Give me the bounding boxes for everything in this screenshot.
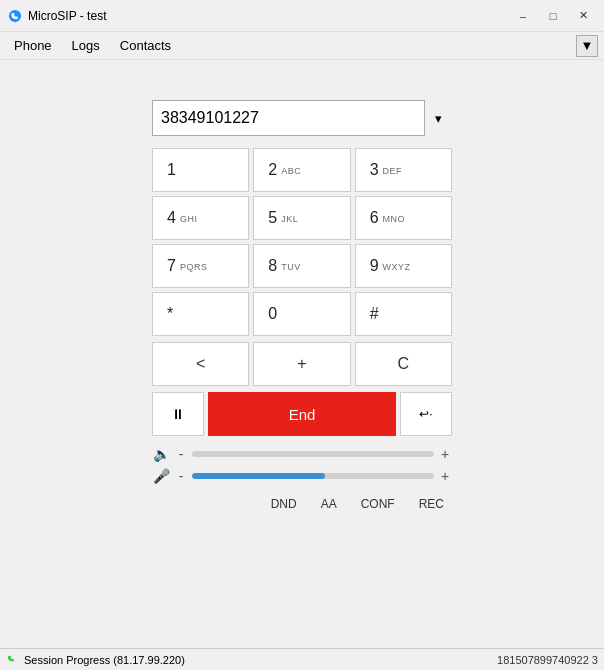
- call-status-icon: [6, 653, 20, 667]
- dial-button-5[interactable]: 5JKL: [253, 196, 350, 240]
- feature-button-dnd[interactable]: DND: [263, 494, 305, 514]
- mic-track[interactable]: [192, 473, 434, 479]
- feature-button-aa[interactable]: AA: [313, 494, 345, 514]
- dial-button-8[interactable]: 8TUV: [253, 244, 350, 288]
- call-controls: ⏸ End ↩·: [152, 392, 452, 436]
- pause-icon: ⏸: [171, 406, 185, 422]
- maximize-button[interactable]: □: [540, 6, 566, 26]
- volume-slider-row: 🔈 - +: [152, 446, 452, 462]
- phone-input-wrapper: ▾: [152, 100, 452, 136]
- feature-button-rec[interactable]: REC: [411, 494, 452, 514]
- minimize-button[interactable]: –: [510, 6, 536, 26]
- volume-minus-button[interactable]: -: [174, 446, 188, 462]
- phone-input[interactable]: [152, 100, 452, 136]
- status-text: Session Progress (81.17.99.220): [24, 654, 497, 666]
- dial-button-4[interactable]: 4GHI: [152, 196, 249, 240]
- menu-contacts[interactable]: Contacts: [110, 34, 181, 57]
- status-right: 181507899740922 3: [497, 654, 598, 666]
- dial-button-2[interactable]: 2ABC: [253, 148, 350, 192]
- dial-button-9[interactable]: 9WXYZ: [355, 244, 452, 288]
- volume-plus-button[interactable]: +: [438, 446, 452, 462]
- menu-logs[interactable]: Logs: [62, 34, 110, 57]
- app-title: MicroSIP - test: [28, 9, 510, 23]
- title-bar: MicroSIP - test – □ ✕: [0, 0, 604, 32]
- feature-buttons-row: DNDAACONFREC: [152, 494, 452, 514]
- menu-phone[interactable]: Phone: [4, 34, 62, 57]
- dial-button-7[interactable]: 7PQRS: [152, 244, 249, 288]
- menu-dropdown-button[interactable]: ▼: [576, 35, 598, 57]
- action-row: < + C: [152, 342, 452, 386]
- chevron-down-icon: ▼: [581, 38, 594, 53]
- speaker-icon: 🔈: [152, 446, 170, 462]
- mic-minus-button[interactable]: -: [174, 468, 188, 484]
- end-call-button[interactable]: End: [208, 392, 396, 436]
- dial-button-6[interactable]: 6MNO: [355, 196, 452, 240]
- dial-button-0[interactable]: 0: [253, 292, 350, 336]
- dial-button-#[interactable]: #: [355, 292, 452, 336]
- close-button[interactable]: ✕: [570, 6, 596, 26]
- transfer-button[interactable]: ↩·: [400, 392, 452, 436]
- menu-bar: Phone Logs Contacts ▼: [0, 32, 604, 60]
- mic-icon: 🎤: [152, 468, 170, 484]
- main-content: ▾ 12ABC3DEF4GHI5JKL6MNO7PQRS8TUV9WXYZ*0#…: [0, 60, 604, 534]
- phone-dropdown-button[interactable]: ▾: [424, 100, 452, 136]
- svg-point-0: [9, 9, 21, 21]
- status-bar: Session Progress (81.17.99.220) 18150789…: [0, 648, 604, 670]
- mic-fill: [192, 473, 325, 479]
- chevron-down-icon: ▾: [435, 111, 442, 126]
- volume-track[interactable]: [192, 451, 434, 457]
- dialpad: 12ABC3DEF4GHI5JKL6MNO7PQRS8TUV9WXYZ*0#: [152, 148, 452, 336]
- app-icon: [8, 9, 22, 23]
- window-controls: – □ ✕: [510, 6, 596, 26]
- mic-slider-row: 🎤 - +: [152, 468, 452, 484]
- clear-button[interactable]: C: [355, 342, 452, 386]
- mic-plus-button[interactable]: +: [438, 468, 452, 484]
- dial-button-3[interactable]: 3DEF: [355, 148, 452, 192]
- feature-button-conf[interactable]: CONF: [353, 494, 403, 514]
- pause-button[interactable]: ⏸: [152, 392, 204, 436]
- backspace-button[interactable]: <: [152, 342, 249, 386]
- transfer-icon: ↩·: [419, 407, 432, 421]
- dial-button-*[interactable]: *: [152, 292, 249, 336]
- dial-button-1[interactable]: 1: [152, 148, 249, 192]
- plus-button[interactable]: +: [253, 342, 350, 386]
